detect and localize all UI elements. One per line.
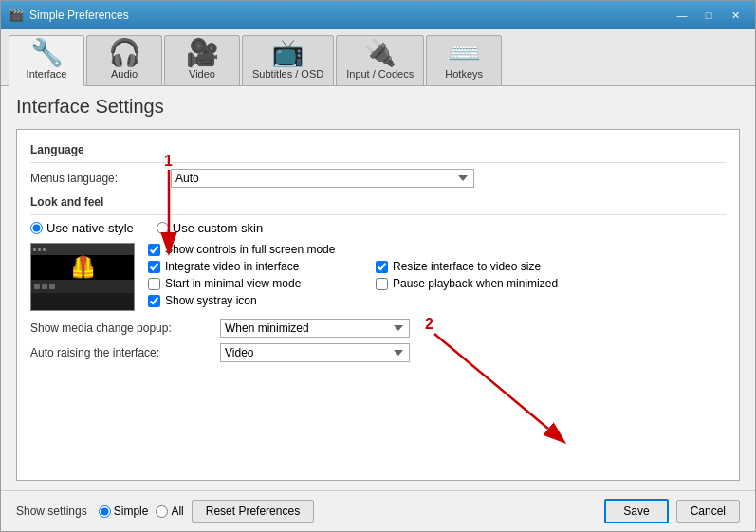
native-style-radio[interactable] — [30, 222, 43, 234]
systray-checkbox[interactable] — [148, 295, 160, 307]
resize-checkbox-item[interactable]: Resize interface to video size — [376, 260, 541, 273]
hotkeys-tab-label: Hotkeys — [445, 68, 483, 80]
language-group-label: Language — [30, 143, 726, 156]
auto-raising-row: Auto raising the interface: Video Never … — [30, 343, 726, 362]
preview-container: 🦺 Show — [30, 243, 726, 311]
tab-hotkeys[interactable]: ⌨️ Hotkeys — [426, 35, 502, 85]
tab-subtitles[interactable]: 📺 Subtitles / OSD — [242, 35, 334, 85]
reset-preferences-button[interactable]: Reset Preferences — [192, 500, 314, 523]
resize-label: Resize interface to video size — [393, 260, 541, 273]
simple-settings-radio[interactable] — [99, 505, 111, 518]
ctrl-btn-3 — [49, 284, 55, 289]
auto-raising-select[interactable]: Video Never Always — [220, 343, 410, 362]
integrate-checkbox-item[interactable]: Integrate video in interface — [148, 260, 357, 273]
custom-skin-radio[interactable] — [157, 222, 169, 234]
audio-tab-label: Audio — [111, 68, 138, 80]
simple-settings-label: Simple — [114, 504, 149, 518]
tab-input[interactable]: 🔌 Input / Codecs — [336, 35, 424, 85]
main-window: 🎬 Simple Preferences — □ ✕ 🔧 Interface 🎧… — [0, 0, 756, 532]
hotkeys-tab-icon: ⌨️ — [448, 40, 481, 66]
menus-language-label: Menus language: — [30, 172, 163, 185]
toolbar-dot-1 — [33, 248, 36, 251]
tab-audio[interactable]: 🎧 Audio — [86, 35, 162, 85]
integrate-checkbox[interactable] — [148, 261, 160, 273]
preview-toolbar — [31, 244, 134, 255]
show-media-popup-label: Show media change popup: — [30, 321, 220, 335]
minimal-label: Start in minimal view mode — [165, 277, 301, 290]
custom-skin-label: Use custom skin — [173, 221, 263, 235]
preview-image: 🦺 — [30, 243, 135, 311]
pause-checkbox-item[interactable]: Pause playback when minimized — [376, 277, 558, 290]
settings-scroll[interactable]: Language Menus language: Auto English Fr… — [17, 130, 739, 480]
window-title: Simple Preferences — [29, 9, 670, 22]
video-tab-label: Video — [189, 68, 215, 80]
preview-controls — [31, 280, 134, 293]
show-settings-label: Show settings — [16, 504, 87, 518]
native-style-option[interactable]: Use native style — [30, 221, 134, 235]
settings-wrapper: Language Menus language: Auto English Fr… — [16, 129, 740, 481]
menus-language-row: Menus language: Auto English French Germ… — [30, 169, 726, 188]
resize-checkbox[interactable] — [376, 261, 388, 273]
interface-tab-icon: 🔧 — [30, 40, 64, 66]
checkboxes-area: Show controls in full screen mode Integr… — [148, 243, 726, 311]
tab-bar: 🔧 Interface 🎧 Audio 🎥 Video 📺 Subtitles … — [1, 29, 755, 86]
toolbar-dot-3 — [43, 248, 46, 251]
all-settings-option[interactable]: All — [156, 504, 183, 518]
window-controls: — □ ✕ — [670, 7, 747, 24]
section-title: Interface Settings — [16, 96, 740, 121]
style-radio-group: Use native style Use custom skin — [30, 221, 726, 235]
show-media-popup-select[interactable]: When minimized Always Never — [220, 319, 410, 338]
bottom-bar: Show settings Simple All Reset Preferenc… — [1, 490, 755, 531]
native-style-label: Use native style — [46, 221, 134, 235]
show-media-popup-row: Show media change popup: When minimized … — [30, 319, 726, 338]
fullscreen-checkbox-item[interactable]: Show controls in full screen mode — [148, 243, 335, 256]
video-tab-icon: 🎥 — [186, 40, 219, 66]
vlc-cone-icon: 🦺 — [70, 255, 96, 280]
close-button[interactable]: ✕ — [723, 7, 747, 24]
auto-raising-label: Auto raising the interface: — [30, 346, 220, 359]
integrate-label: Integrate video in interface — [165, 260, 299, 273]
simple-settings-option[interactable]: Simple — [99, 504, 149, 518]
ctrl-btn-1 — [34, 284, 40, 289]
maximize-button[interactable]: □ — [696, 7, 721, 24]
audio-tab-icon: 🎧 — [108, 40, 141, 66]
all-settings-label: All — [171, 504, 183, 518]
custom-skin-option[interactable]: Use custom skin — [157, 221, 263, 235]
minimal-checkbox-item[interactable]: Start in minimal view mode — [148, 277, 357, 290]
fullscreen-label: Show controls in full screen mode — [165, 243, 335, 256]
content-area: Interface Settings Language Menus langua… — [1, 86, 755, 490]
app-icon: 🎬 — [9, 8, 24, 23]
menus-language-select[interactable]: Auto English French German Spanish — [171, 169, 474, 188]
look-feel-group-label: Look and feel — [30, 195, 726, 209]
preview-screen: 🦺 — [31, 255, 134, 280]
toolbar-dot-2 — [38, 248, 41, 251]
all-settings-radio[interactable] — [156, 505, 168, 518]
input-tab-icon: 🔌 — [363, 40, 396, 66]
fullscreen-checkbox[interactable] — [148, 244, 160, 256]
ctrl-btn-2 — [42, 284, 47, 289]
systray-checkbox-item[interactable]: Show systray icon — [148, 294, 257, 307]
tab-interface[interactable]: 🔧 Interface — [9, 35, 84, 86]
systray-label: Show systray icon — [165, 294, 257, 307]
cancel-button[interactable]: Cancel — [676, 500, 740, 523]
minimize-button[interactable]: — — [670, 7, 694, 24]
minimal-checkbox[interactable] — [148, 278, 160, 290]
pause-checkbox[interactable] — [376, 278, 388, 290]
tab-video[interactable]: 🎥 Video — [164, 35, 240, 85]
title-bar: 🎬 Simple Preferences — □ ✕ — [1, 1, 755, 29]
subtitles-tab-icon: 📺 — [271, 40, 304, 66]
pause-label: Pause playback when minimized — [393, 277, 558, 290]
input-tab-label: Input / Codecs — [346, 68, 414, 80]
interface-tab-label: Interface — [27, 68, 67, 80]
subtitles-tab-label: Subtitles / OSD — [252, 68, 323, 80]
save-button[interactable]: Save — [604, 499, 668, 523]
